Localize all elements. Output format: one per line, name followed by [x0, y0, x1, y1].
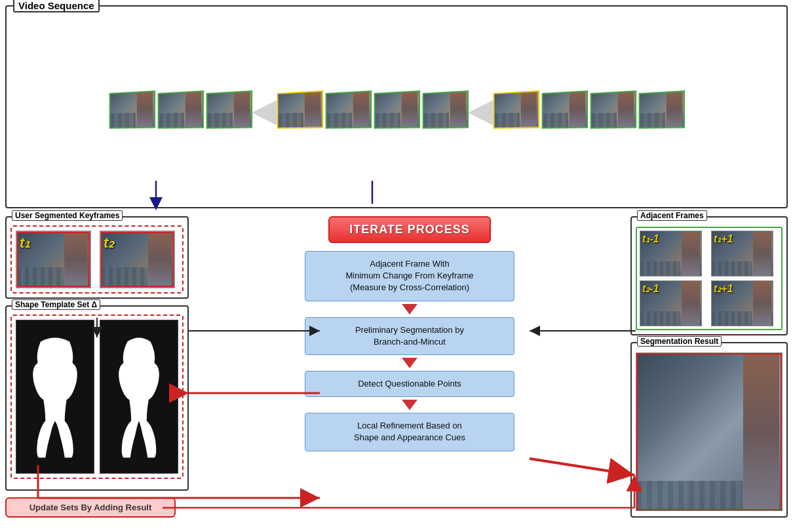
keyframe-2: t₂ [100, 231, 178, 288]
adj-frame-2: t₁+1 [711, 231, 773, 276]
adj-frame-3: t₂-1 [640, 280, 702, 326]
silhouette-svg-2 [100, 320, 178, 473]
adj-frame-label-4: t₂+1 [714, 282, 733, 295]
silhouette-1 [16, 320, 94, 474]
video-frame-1 [109, 90, 155, 129]
left-panel: User Segmented Keyframes t₁ [5, 216, 189, 518]
process-step-2: Preliminary Segmentation by Branch-and-M… [305, 317, 514, 355]
update-sets-box: Update Sets By Adding Result [5, 497, 176, 518]
adjacent-box: Adjacent Frames t₁-1 t₁+1 [630, 216, 788, 335]
seg-result-label: Segmentation Result [637, 336, 722, 347]
video-frames-row: ◀ ◀ [12, 10, 781, 203]
video-frame-t2 [493, 90, 539, 129]
keyframe-label-1: t₁ [20, 235, 30, 252]
keyframe-img-2: t₂ [100, 231, 175, 288]
keyframes-label: User Segmented Keyframes [12, 210, 123, 221]
video-frame-5 [374, 90, 420, 129]
video-frame-7 [542, 90, 588, 129]
keyframe-img-1: t₁ [16, 231, 91, 288]
iterate-header: ITERATE PROCESS [328, 216, 491, 243]
process-step-4: Local Refinement Based on Shape and Appe… [305, 413, 514, 451]
adj-frame-4: t₂+1 [711, 280, 773, 326]
keyframe-1: t₁ [16, 231, 94, 288]
video-frame-9 [639, 90, 685, 129]
shape-inner [10, 314, 184, 479]
process-arrow-1 [402, 304, 417, 314]
keyframes-inner: t₁ t₂ [10, 225, 184, 294]
seg-result-img [636, 352, 783, 511]
adj-frame-1: t₁-1 [640, 231, 702, 276]
video-sequence-box: Video Sequence ◀ ◀ [5, 5, 788, 208]
video-frame-6 [423, 90, 469, 129]
arrow-left-1: ◀ [252, 91, 277, 129]
process-step-3: Detect Questionable Points [305, 371, 514, 397]
adj-frame-label-2: t₁+1 [714, 233, 733, 245]
update-sets-label: Update Sets By Adding Result [29, 503, 152, 512]
video-frame-4 [326, 90, 372, 129]
adj-frame-label-1: t₁-1 [642, 233, 659, 245]
silhouette-2 [100, 320, 178, 474]
video-frame-3 [206, 90, 252, 129]
arrow-left-2: ◀ [468, 91, 493, 129]
lower-section: User Segmented Keyframes t₁ [5, 216, 788, 518]
seg-result-box: Segmentation Result [630, 342, 788, 518]
shape-label: Shape Template Set Δ [12, 299, 100, 310]
keyframes-box: User Segmented Keyframes t₁ [5, 216, 189, 299]
adj-frame-label-3: t₂-1 [642, 282, 659, 295]
adjacent-label: Adjacent Frames [637, 210, 707, 221]
shape-box: Shape Template Set Δ [5, 305, 189, 491]
keyframe-label-2: t₂ [104, 235, 114, 252]
keyframe-arrows-svg [7, 181, 786, 207]
silhouette-svg-1 [16, 320, 94, 473]
process-step-1: Adjacent Frame With Minimum Change From … [305, 251, 514, 301]
process-arrow-2 [402, 358, 417, 368]
video-frame-8 [590, 90, 636, 129]
main-container: Video Sequence ◀ ◀ [0, 0, 793, 532]
video-sequence-label: Video Sequence [13, 0, 100, 12]
video-frame-t1 [277, 90, 323, 129]
adjacent-grid: t₁-1 t₁+1 t₂-1 [636, 227, 783, 330]
lower-wrapper: User Segmented Keyframes t₁ [5, 216, 788, 518]
video-frame-2 [158, 90, 204, 129]
right-panel: Adjacent Frames t₁-1 t₁+1 [630, 216, 788, 518]
process-arrow-3 [402, 400, 417, 410]
center-panel: ITERATE PROCESS Adjacent Frame With Mini… [195, 216, 624, 518]
process-flow: Adjacent Frame With Minimum Change From … [195, 251, 624, 451]
